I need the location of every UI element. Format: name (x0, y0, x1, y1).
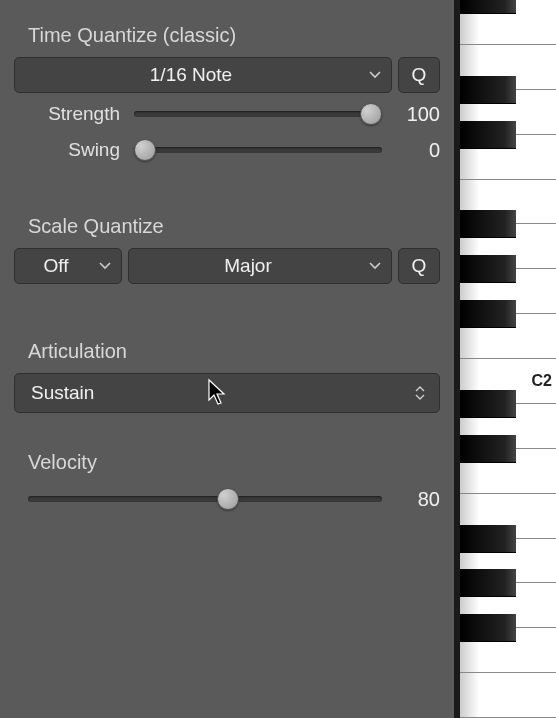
swing-value[interactable]: 0 (392, 139, 440, 162)
velocity-row: 80 (14, 484, 440, 514)
strength-label: Strength (14, 103, 124, 125)
black-key[interactable] (460, 435, 516, 463)
articulation-select[interactable]: Sustain (14, 373, 440, 413)
black-key[interactable] (460, 300, 516, 328)
black-key[interactable] (460, 614, 516, 642)
q-label: Q (412, 255, 427, 277)
scale-quantize-scale-select[interactable]: Major (128, 248, 392, 284)
scale-quantize-mode-select[interactable]: Off (14, 248, 122, 284)
piano-keyboard[interactable]: C2 (454, 0, 556, 718)
scale-quantize-apply-button[interactable]: Q (398, 248, 440, 284)
articulation-value: Sustain (31, 382, 94, 404)
key-label-c2: C2 (532, 372, 552, 390)
chevron-down-icon (367, 262, 383, 270)
scale-mode-label: Off (15, 255, 97, 277)
black-key[interactable] (460, 0, 516, 14)
black-key[interactable] (460, 255, 516, 283)
swing-row: Swing 0 (14, 135, 440, 165)
black-key[interactable] (460, 525, 516, 553)
articulation-section: Articulation Sustain (14, 340, 440, 413)
articulation-title: Articulation (14, 340, 440, 363)
slider-track (28, 496, 382, 502)
updown-stepper-icon (411, 386, 429, 400)
black-key[interactable] (460, 76, 516, 104)
velocity-title: Velocity (14, 451, 440, 474)
slider-track (134, 111, 382, 117)
inspector-panel: Time Quantize (classic) 1/16 Note Q Stre… (0, 0, 454, 718)
black-key[interactable] (460, 569, 516, 597)
white-key[interactable] (460, 673, 556, 718)
black-key[interactable] (460, 121, 516, 149)
scale-quantize-title: Scale Quantize (14, 215, 440, 238)
chevron-down-icon (97, 262, 113, 270)
strength-row: Strength 100 (14, 99, 440, 129)
time-quantize-apply-button[interactable]: Q (398, 57, 440, 93)
strength-slider[interactable] (134, 103, 382, 125)
velocity-value[interactable]: 80 (392, 488, 440, 511)
swing-slider[interactable] (134, 139, 382, 161)
q-label: Q (412, 64, 427, 86)
slider-knob[interactable] (217, 488, 239, 510)
velocity-slider[interactable] (28, 488, 382, 510)
chevron-down-icon (367, 71, 383, 79)
time-quantize-note-label: 1/16 Note (15, 64, 367, 86)
swing-label: Swing (14, 139, 124, 161)
time-quantize-note-select[interactable]: 1/16 Note (14, 57, 392, 93)
scale-quantize-section: Scale Quantize Off Major Q (14, 215, 440, 290)
strength-value[interactable]: 100 (392, 103, 440, 126)
time-quantize-title: Time Quantize (classic) (14, 24, 440, 47)
scale-type-label: Major (129, 255, 367, 277)
slider-knob[interactable] (134, 139, 156, 161)
time-quantize-section: Time Quantize (classic) 1/16 Note Q Stre… (14, 24, 440, 165)
black-key[interactable] (460, 390, 516, 418)
slider-track (134, 147, 382, 153)
velocity-section: Velocity 80 (14, 451, 440, 514)
white-keys-container: C2 (460, 0, 556, 718)
slider-knob[interactable] (360, 103, 382, 125)
black-key[interactable] (460, 210, 516, 238)
